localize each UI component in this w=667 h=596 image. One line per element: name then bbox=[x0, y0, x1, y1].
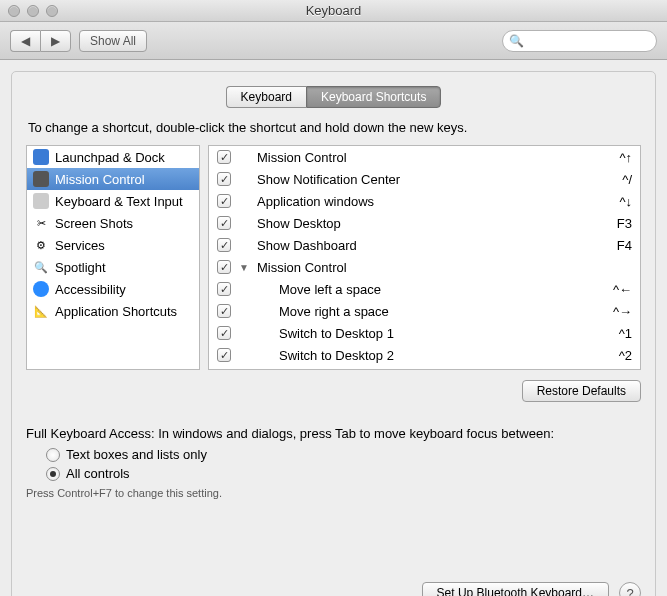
instruction-text: To change a shortcut, double-click the s… bbox=[28, 120, 639, 135]
tab-bar: Keyboard Keyboard Shortcuts bbox=[26, 86, 641, 108]
shortcut-row[interactable]: ✓ Switch to Desktop 2 ^2 bbox=[209, 344, 640, 366]
close-icon[interactable] bbox=[8, 5, 20, 17]
category-label: Launchpad & Dock bbox=[55, 150, 165, 165]
category-label: Mission Control bbox=[55, 172, 145, 187]
restore-defaults-button[interactable]: Restore Defaults bbox=[522, 380, 641, 402]
screenshot-icon: ✂ bbox=[33, 215, 49, 231]
shortcut-row[interactable]: ✓ Application windows ^↓ bbox=[209, 190, 640, 212]
shortcut-keys[interactable]: ^→ bbox=[613, 304, 632, 319]
checkbox[interactable]: ✓ bbox=[217, 348, 231, 362]
shortcut-keys[interactable]: ^1 bbox=[619, 326, 632, 341]
checkbox[interactable]: ✓ bbox=[217, 172, 231, 186]
help-icon: ? bbox=[626, 586, 633, 597]
radio-text-boxes-only[interactable]: Text boxes and lists only bbox=[46, 447, 641, 462]
shortcut-keys[interactable]: ^↓ bbox=[619, 194, 632, 209]
shortcut-keys[interactable]: F3 bbox=[617, 216, 632, 231]
shortcut-label[interactable]: Mission Control bbox=[257, 150, 611, 165]
shortcut-row[interactable]: ✓ Move right a space ^→ bbox=[209, 300, 640, 322]
keyboard-icon bbox=[33, 193, 49, 209]
checkbox[interactable]: ✓ bbox=[217, 304, 231, 318]
radio-label: All controls bbox=[66, 466, 130, 481]
shortcut-label[interactable]: Switch to Desktop 2 bbox=[257, 348, 611, 363]
zoom-icon[interactable] bbox=[46, 5, 58, 17]
shortcut-label[interactable]: Show Desktop bbox=[257, 216, 609, 231]
forward-button[interactable]: ▶ bbox=[40, 30, 71, 52]
fka-heading: Full Keyboard Access: In windows and dia… bbox=[26, 426, 641, 441]
help-button[interactable]: ? bbox=[619, 582, 641, 596]
window-controls bbox=[8, 5, 58, 17]
shortcut-row[interactable]: ✓ Show Desktop F3 bbox=[209, 212, 640, 234]
spotlight-icon: 🔍 bbox=[33, 259, 49, 275]
category-spotlight[interactable]: 🔍 Spotlight bbox=[27, 256, 199, 278]
toolbar: ◀ ▶ Show All 🔍 bbox=[0, 22, 667, 60]
radio-all-controls[interactable]: All controls bbox=[46, 466, 641, 481]
category-keyboard-text-input[interactable]: Keyboard & Text Input bbox=[27, 190, 199, 212]
checkbox[interactable]: ✓ bbox=[217, 260, 231, 274]
shortcut-row[interactable]: ✓ Switch to Desktop 1 ^1 bbox=[209, 322, 640, 344]
shortcut-keys[interactable]: ^← bbox=[613, 282, 632, 297]
disclosure-triangle-icon[interactable]: ▼ bbox=[239, 262, 249, 273]
radio-icon bbox=[46, 448, 60, 462]
nav-buttons: ◀ ▶ bbox=[10, 30, 71, 52]
category-list[interactable]: Launchpad & Dock Mission Control Keyboar… bbox=[26, 145, 200, 370]
fka-hint: Press Control+F7 to change this setting. bbox=[26, 487, 641, 499]
shortcut-label[interactable]: Move left a space bbox=[257, 282, 605, 297]
setup-bluetooth-keyboard-button[interactable]: Set Up Bluetooth Keyboard… bbox=[422, 582, 609, 596]
back-button[interactable]: ◀ bbox=[10, 30, 40, 52]
tab-keyboard[interactable]: Keyboard bbox=[226, 86, 306, 108]
checkbox[interactable]: ✓ bbox=[217, 150, 231, 164]
shortcut-keys[interactable]: ^2 bbox=[619, 348, 632, 363]
shortcut-row[interactable]: ✓ Show Notification Center ^/ bbox=[209, 168, 640, 190]
checkbox[interactable]: ✓ bbox=[217, 326, 231, 340]
shortcut-label[interactable]: Show Dashboard bbox=[257, 238, 609, 253]
application-shortcuts-icon: 📐 bbox=[33, 303, 49, 319]
category-accessibility[interactable]: Accessibility bbox=[27, 278, 199, 300]
category-application-shortcuts[interactable]: 📐 Application Shortcuts bbox=[27, 300, 199, 322]
shortcut-keys[interactable]: F4 bbox=[617, 238, 632, 253]
category-screen-shots[interactable]: ✂ Screen Shots bbox=[27, 212, 199, 234]
window-title: Keyboard bbox=[0, 3, 667, 18]
titlebar: Keyboard bbox=[0, 0, 667, 22]
show-all-button[interactable]: Show All bbox=[79, 30, 147, 52]
launchpad-icon bbox=[33, 149, 49, 165]
shortcut-row[interactable]: ✓ Mission Control ^↑ bbox=[209, 146, 640, 168]
shortcut-keys[interactable]: ^↑ bbox=[619, 150, 632, 165]
checkbox[interactable]: ✓ bbox=[217, 216, 231, 230]
shortcut-row[interactable]: ✓ Move left a space ^← bbox=[209, 278, 640, 300]
shortcut-keys[interactable]: ^/ bbox=[622, 172, 632, 187]
preference-pane: Keyboard Keyboard Shortcuts To change a … bbox=[11, 71, 656, 596]
shortcut-label[interactable]: Mission Control bbox=[257, 260, 624, 275]
category-launchpad-dock[interactable]: Launchpad & Dock bbox=[27, 146, 199, 168]
category-services[interactable]: ⚙ Services bbox=[27, 234, 199, 256]
radio-icon bbox=[46, 467, 60, 481]
shortcut-label[interactable]: Application windows bbox=[257, 194, 611, 209]
checkbox[interactable]: ✓ bbox=[217, 282, 231, 296]
category-label: Application Shortcuts bbox=[55, 304, 177, 319]
shortcut-label[interactable]: Switch to Desktop 1 bbox=[257, 326, 611, 341]
search-input[interactable] bbox=[528, 34, 667, 48]
search-field[interactable]: 🔍 bbox=[502, 30, 657, 52]
gear-icon: ⚙ bbox=[33, 237, 49, 253]
category-label: Keyboard & Text Input bbox=[55, 194, 183, 209]
shortcut-list[interactable]: ✓ Mission Control ^↑ ✓ Show Notification… bbox=[208, 145, 641, 370]
mission-control-icon bbox=[33, 171, 49, 187]
category-label: Spotlight bbox=[55, 260, 106, 275]
checkbox[interactable]: ✓ bbox=[217, 238, 231, 252]
category-mission-control[interactable]: Mission Control bbox=[27, 168, 199, 190]
shortcut-group-row[interactable]: ✓ ▼ Mission Control bbox=[209, 256, 640, 278]
shortcut-label[interactable]: Move right a space bbox=[257, 304, 605, 319]
search-icon: 🔍 bbox=[509, 34, 524, 48]
category-label: Services bbox=[55, 238, 105, 253]
checkbox[interactable]: ✓ bbox=[217, 194, 231, 208]
tab-keyboard-shortcuts[interactable]: Keyboard Shortcuts bbox=[306, 86, 441, 108]
shortcut-label[interactable]: Show Notification Center bbox=[257, 172, 614, 187]
minimize-icon[interactable] bbox=[27, 5, 39, 17]
accessibility-icon bbox=[33, 281, 49, 297]
shortcut-row[interactable]: ✓ Show Dashboard F4 bbox=[209, 234, 640, 256]
radio-label: Text boxes and lists only bbox=[66, 447, 207, 462]
category-label: Accessibility bbox=[55, 282, 126, 297]
category-label: Screen Shots bbox=[55, 216, 133, 231]
